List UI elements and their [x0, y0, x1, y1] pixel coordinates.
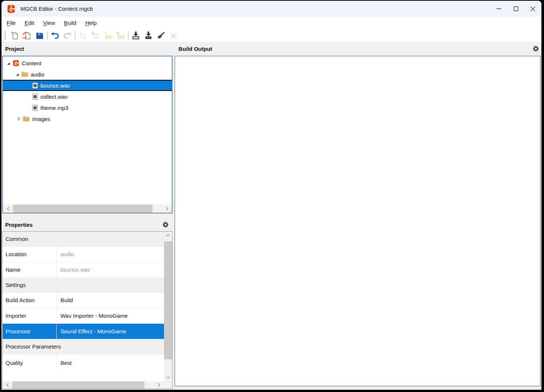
- rebuild-button[interactable]: [142, 30, 155, 41]
- tree-item-label: theme.mp3: [40, 105, 68, 111]
- expander-expanded-icon[interactable]: [6, 61, 11, 66]
- menu-help[interactable]: Help: [81, 17, 101, 29]
- tree-item-label: bounce.wav: [40, 82, 70, 89]
- add-folder-icon: [116, 31, 125, 40]
- properties-vertical-scrollbar[interactable]: [164, 232, 172, 381]
- properties-panel-title: Properties: [5, 222, 33, 228]
- menu-file[interactable]: File: [2, 17, 20, 29]
- cancel-build-button[interactable]: [167, 30, 180, 41]
- monogame-logo-icon: [6, 4, 16, 14]
- property-label: Name: [3, 262, 57, 277]
- tree-item-label: audio: [31, 71, 45, 78]
- project-tree-panel: Content audio: [2, 56, 173, 213]
- tree-item-bounce-wav[interactable]: bounce.wav: [3, 80, 172, 91]
- property-value[interactable]: Best: [57, 354, 164, 371]
- tree-item-content[interactable]: Content: [3, 58, 172, 69]
- scroll-left-icon[interactable]: [3, 205, 13, 213]
- property-value[interactable]: Wav Importer - MonoGame: [57, 308, 164, 323]
- property-label: Build Action: [3, 293, 57, 308]
- save-button[interactable]: [33, 30, 46, 41]
- project-horizontal-scrollbar[interactable]: [3, 205, 172, 213]
- folder-icon: [23, 115, 30, 122]
- new-item-button[interactable]: [76, 30, 89, 41]
- scroll-right-icon[interactable]: [162, 205, 172, 213]
- menu-bar: File Edit View Build Help: [1, 17, 541, 29]
- property-row-name[interactable]: Name bounce.wav: [3, 262, 164, 278]
- new-folder-button[interactable]: [102, 30, 114, 41]
- tree-item-audio[interactable]: audio: [3, 69, 172, 80]
- build-button[interactable]: [130, 30, 142, 41]
- property-value[interactable]: Sound Effect - MonoGame: [57, 324, 164, 339]
- scroll-up-icon[interactable]: [164, 232, 172, 239]
- cancel-build-icon: [169, 31, 178, 40]
- monogame-logo-icon: [12, 59, 20, 67]
- scrollbar-thumb[interactable]: [164, 241, 172, 359]
- redo-arrow-icon: [63, 31, 72, 40]
- category-header-common: Common: [3, 232, 164, 246]
- close-button[interactable]: [524, 1, 541, 17]
- audio-file-icon: [32, 82, 38, 89]
- property-value: audio: [57, 246, 164, 262]
- build-output-panel-title: Build Output: [178, 46, 212, 52]
- folder-icon: [21, 71, 29, 78]
- toolbar-grip[interactable]: [4, 31, 7, 40]
- tree-item-theme-mp3[interactable]: theme.mp3: [3, 102, 172, 113]
- audio-file-icon: [32, 94, 38, 100]
- add-item-icon: [91, 31, 100, 40]
- property-row-quality[interactable]: Quality Best: [3, 354, 164, 371]
- property-row-processor[interactable]: Processor Sound Effect - MonoGame: [3, 324, 164, 339]
- properties-horizontal-scrollbar[interactable]: [3, 381, 164, 389]
- tree-item-label: Content: [22, 60, 42, 66]
- title-bar: MGCB Editor - Content.mgcb: [1, 1, 541, 17]
- new-document-icon: [10, 31, 19, 40]
- category-header-settings: Settings: [3, 278, 164, 293]
- new-folder-icon: [104, 31, 112, 40]
- tree-item-label: collect.wav: [40, 94, 68, 100]
- close-icon: [530, 6, 535, 12]
- property-row-build-action[interactable]: Build Action Build: [3, 293, 164, 308]
- tree-item-images[interactable]: images: [3, 113, 172, 124]
- rebuild-icon: [144, 31, 153, 40]
- build-output-panel[interactable]: [174, 56, 541, 386]
- minimize-icon: [497, 6, 501, 11]
- new-project-button[interactable]: [8, 30, 21, 41]
- expander-collapsed-icon[interactable]: [16, 117, 21, 121]
- scroll-right-icon[interactable]: [154, 381, 164, 389]
- build-output-settings-gear-icon[interactable]: [532, 45, 539, 52]
- undo-arrow-icon: [50, 31, 59, 40]
- menu-edit[interactable]: Edit: [20, 17, 39, 29]
- expander-expanded-icon[interactable]: [15, 72, 20, 77]
- toolbar-separator: [128, 31, 128, 40]
- scrollbar-thumb[interactable]: [13, 205, 153, 213]
- scroll-left-icon[interactable]: [3, 381, 12, 389]
- minimize-button[interactable]: [490, 1, 507, 17]
- redo-button[interactable]: [61, 30, 74, 41]
- project-tree: Content audio: [3, 56, 172, 205]
- property-row-location[interactable]: Location audio: [3, 246, 164, 262]
- tree-item-collect-wav[interactable]: collect.wav: [3, 91, 172, 102]
- property-label: Location: [3, 246, 57, 262]
- undo-button[interactable]: [49, 30, 61, 41]
- add-folder-button[interactable]: [114, 30, 127, 41]
- menu-build[interactable]: Build: [59, 17, 81, 29]
- scrollbar-thumb[interactable]: [12, 381, 144, 389]
- open-project-button[interactable]: [21, 30, 33, 41]
- scroll-down-icon[interactable]: [164, 374, 172, 381]
- maximize-icon: [514, 6, 518, 11]
- properties-grid: Common Location audio Name bounce.wav Se…: [3, 232, 164, 381]
- app-window: MGCB Editor - Content.mgcb File Edit Vie…: [1, 1, 541, 390]
- property-label: Importer: [3, 308, 57, 323]
- properties-settings-gear-icon[interactable]: [162, 221, 169, 228]
- add-item-button[interactable]: [89, 30, 102, 41]
- save-floppy-icon: [36, 32, 44, 40]
- maximize-button[interactable]: [507, 1, 524, 17]
- menu-view[interactable]: View: [39, 17, 59, 29]
- toolbar: [1, 29, 541, 42]
- property-value: bounce.wav: [57, 262, 164, 277]
- toolbar-separator: [47, 31, 47, 40]
- open-document-icon: [23, 31, 32, 40]
- clean-button[interactable]: [155, 30, 167, 41]
- property-row-importer[interactable]: Importer Wav Importer - MonoGame: [3, 308, 164, 324]
- property-label: Processor: [3, 324, 57, 339]
- property-value[interactable]: Build: [57, 293, 164, 308]
